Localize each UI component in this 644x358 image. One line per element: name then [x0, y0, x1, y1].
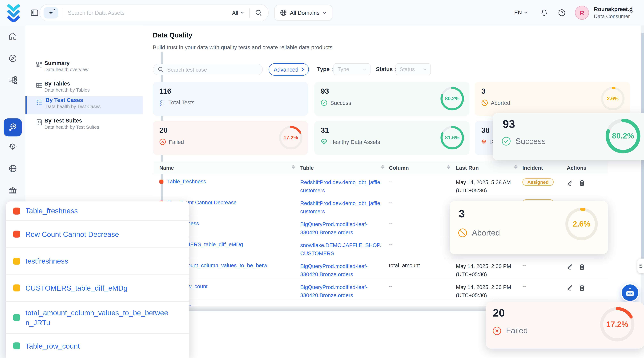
stat-card-aborted[interactable]: 3 Aborted 2.6%: [475, 82, 630, 116]
test-case-link[interactable]: Table_freshness: [26, 206, 170, 216]
sidebar-item-summary[interactable]: Summary Data health overview: [26, 59, 143, 77]
search-scope-dropdown[interactable]: All: [232, 10, 244, 16]
success-check-icon: [502, 136, 511, 146]
table-row: total_amount_column_values_to_be_betw Bi…: [153, 258, 608, 279]
language-dropdown[interactable]: EN: [514, 10, 528, 16]
list-item[interactable]: Table_freshness: [6, 201, 189, 221]
advanced-filter-button[interactable]: Advanced: [268, 63, 309, 76]
table-link[interactable]: RedshiftProd.dev.demo_dbt_jaffle.custome…: [300, 200, 382, 215]
user-menu-chevron-icon[interactable]: [629, 11, 634, 14]
global-search-placeholder: Search for Data Assets: [68, 10, 124, 16]
sort-name[interactable]: [292, 165, 295, 169]
sort-table[interactable]: [381, 165, 384, 169]
test-case-search-placeholder: Search test case: [167, 67, 207, 73]
stat-card-success[interactable]: 93 Success 80.2%: [314, 82, 470, 116]
test-case-link[interactable]: Row Count Cannot Decrease: [26, 229, 170, 239]
delete-icon[interactable]: [579, 180, 585, 186]
status-filter-label: Status :: [376, 66, 396, 72]
test-cases-table-header: Name Table Column Last Run Incident Acti…: [153, 162, 608, 174]
stat-card-failed[interactable]: 20 Failed 17.2%: [153, 121, 308, 155]
column-cell: --: [389, 178, 392, 185]
aborted-card-overlay: 3 Aborted 2.6%: [450, 201, 608, 254]
openmetadata-logo-icon[interactable]: [5, 3, 22, 22]
type-filter-select[interactable]: Type: [334, 63, 370, 75]
lineage-flow-icon[interactable]: [8, 76, 17, 85]
user-role: Data Consumer: [594, 14, 630, 19]
search-icon[interactable]: [255, 9, 262, 16]
test-case-link[interactable]: total_amount_column_values_to_be_between…: [26, 308, 170, 327]
stat-card-total-tests[interactable]: 116 Total Tests: [153, 82, 308, 116]
total-tests-checklist-icon: [160, 99, 166, 106]
rail-item-data-quality-active[interactable]: [4, 118, 22, 136]
list-item[interactable]: testfreshness: [6, 248, 189, 275]
notifications-bell-icon[interactable]: [540, 9, 548, 16]
edit-icon[interactable]: [567, 284, 573, 291]
edit-icon[interactable]: [567, 180, 573, 186]
status-square-icon: [13, 257, 20, 264]
table-link[interactable]: RedshiftProd.dev.demo_dbt_jaffle.custome…: [300, 179, 382, 194]
global-search-input[interactable]: ✦ ✦ Search for Data Assets All: [39, 4, 268, 22]
user-avatar[interactable]: R: [575, 6, 589, 20]
table-link[interactable]: BigQueryProd.modified-leaf-330420.Bronze…: [300, 284, 368, 298]
stat-card-healthy-data-assets[interactable]: 31 Healthy Data Assets 81.6%: [314, 121, 470, 155]
horizontal-scrollbar[interactable]: [187, 306, 486, 311]
test-case-link[interactable]: testfreshness: [26, 256, 170, 266]
sort-last-run[interactable]: [514, 165, 518, 169]
test-case-link[interactable]: Table_freshness: [167, 178, 206, 185]
sidebar-toggle-icon[interactable]: [30, 9, 38, 17]
list-item[interactable]: CUSTOMERS_table_diff_eMDg: [6, 275, 189, 302]
column-cell: --: [389, 283, 392, 289]
delete-icon[interactable]: [579, 263, 585, 270]
failed-donut-large: 17.2%: [599, 306, 635, 342]
status-square-icon: [13, 314, 20, 321]
data-quality-observability-icon: [8, 123, 18, 132]
test-case-search-input[interactable]: Search test case: [153, 64, 263, 75]
aborted-slash-icon: [458, 228, 467, 238]
table-link[interactable]: BigQueryProd.modified-leaf-330420.Bronze…: [300, 263, 368, 277]
list-item[interactable]: Row Count Cannot Decrease: [6, 221, 189, 248]
sidebar-item-by-tables[interactable]: By Tables Data health by Tables: [26, 80, 143, 98]
home-icon[interactable]: [8, 32, 17, 41]
success-donut: 80.2%: [440, 87, 464, 111]
incident-starburst-icon: ❋: [482, 139, 486, 145]
help-icon[interactable]: ?: [558, 9, 566, 16]
tables-icon: [36, 82, 42, 88]
failed-card-overlay: 20 Failed 17.2%: [486, 302, 644, 348]
column-cell: total_amount: [389, 262, 420, 268]
last-run-cell: May 14, 2025, 5:38 AM(UTC+05:30): [456, 178, 522, 195]
edit-icon[interactable]: [567, 263, 573, 270]
sort-column[interactable]: [447, 165, 450, 169]
status-filter-select[interactable]: Status: [396, 63, 431, 75]
ai-sparkle-button[interactable]: ✦ ✦: [44, 7, 58, 19]
list-item[interactable]: total_amount_column_values_to_be_between…: [6, 302, 189, 334]
column-cell: --: [389, 220, 392, 227]
sidebar-item-by-test-suites[interactable]: By Test Suites Data health by Test Suite…: [26, 117, 143, 135]
list-item[interactable]: Table_row_count: [6, 334, 189, 358]
healthy-donut: 81.6%: [440, 126, 464, 150]
table-link[interactable]: snowflake.DEMO.JAFFLE_SHOP.CUSTOMERS: [300, 242, 381, 256]
insights-bulb-icon[interactable]: [8, 142, 17, 151]
chevron-down-icon: [524, 11, 528, 14]
status-square-icon: [13, 207, 20, 214]
incident-badge[interactable]: Assigned: [522, 178, 554, 186]
govern-bank-icon[interactable]: [8, 186, 17, 195]
ai-assistant-button[interactable]: [622, 284, 638, 301]
chevron-down-icon: [240, 12, 244, 14]
aborted-slash-icon: [482, 99, 488, 106]
table-link[interactable]: BigQueryProd.modified-leaf-330420.Bronze…: [300, 221, 368, 235]
chevron-right-icon: [301, 67, 304, 72]
last-run-cell: May 14, 2025, 2:30 PM(UTC+05:30): [456, 262, 522, 279]
sidebar-item-by-test-cases[interactable]: By Test Cases Data health by Test Cases: [26, 96, 143, 114]
table-row: Table_freshness RedshiftProd.dev.demo_db…: [153, 174, 608, 195]
failed-donut: 17.2%: [279, 126, 303, 150]
test-case-link[interactable]: Table_row_count: [26, 341, 170, 351]
delete-icon[interactable]: [579, 284, 585, 291]
divider: [62, 9, 62, 17]
explore-compass-icon[interactable]: [8, 54, 17, 63]
column-cell: --: [389, 241, 392, 247]
search-icon: [158, 67, 164, 72]
side-panel-handle[interactable]: [638, 259, 644, 273]
test-case-link[interactable]: CUSTOMERS_table_diff_eMDg: [26, 283, 170, 293]
domains-globe-icon[interactable]: [8, 164, 17, 173]
domains-dropdown[interactable]: All Domains: [274, 5, 332, 21]
